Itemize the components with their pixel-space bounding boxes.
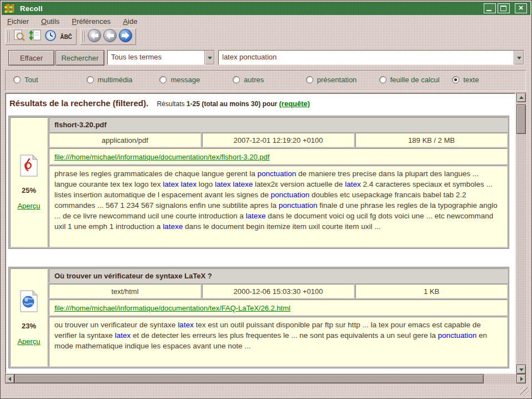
arrow-right-circle-icon	[118, 28, 133, 45]
results-title: Résultats de la recherche (filtered).	[9, 98, 148, 108]
result-meta-row: application/pdf 2007-12-01 12:19:20 +010…	[49, 133, 508, 147]
results-container: 25% Aperçu flshort-3.20.pdf application/…	[6, 116, 515, 368]
scroll-left-button[interactable]	[5, 374, 14, 383]
status-bar	[2, 384, 530, 397]
horizontal-scrollbar[interactable]	[5, 374, 526, 383]
filter-radio-label: présentation	[317, 76, 357, 84]
radio-icon[interactable]	[87, 76, 94, 83]
abc-icon: ÂBĈ	[60, 34, 72, 40]
snippet-highlight: ponctuation	[270, 191, 309, 199]
advanced-search-button[interactable]	[12, 29, 27, 44]
result-snippet: phrase les regles grammaticales de chaqu…	[49, 166, 508, 247]
scroll-right-button[interactable]	[516, 374, 526, 383]
filter-radio-Tout[interactable]: Tout	[13, 76, 38, 84]
arrow-left-circle-icon	[87, 28, 102, 45]
match-mode-dropdown-button[interactable]	[204, 51, 214, 64]
vertical-scroll-thumb[interactable]	[516, 104, 526, 134]
filter-radio-multimédia[interactable]: multimédia	[87, 76, 133, 84]
radio-icon[interactable]	[379, 76, 387, 83]
snippet-highlight: latex	[178, 321, 194, 329]
term-explorer-button[interactable]: ÂBĈ	[59, 29, 73, 44]
menu-item-outils[interactable]: Outils	[37, 16, 64, 27]
radio-icon[interactable]	[233, 76, 240, 83]
horizontal-scroll-thumb[interactable]	[14, 374, 484, 383]
result-item: 23% Aperçu Où trouver un vérificateur de…	[8, 267, 509, 368]
result-title: Où trouver un vérificateur de syntaxe La…	[49, 268, 508, 283]
radio-selected-icon[interactable]	[452, 76, 459, 83]
results-header: Résultats de la recherche (filtered). Ré…	[9, 98, 509, 108]
result-item: 25% Aperçu flshort-3.20.pdf application/…	[8, 116, 509, 249]
result-mime-type: application/pdf	[49, 133, 201, 147]
radio-icon[interactable]	[159, 76, 167, 83]
scroll-down-button[interactable]	[516, 365, 526, 374]
menu-bar: FichierOutilsPréférencesAide	[3, 16, 142, 27]
filter-radio-message[interactable]: message	[159, 76, 200, 84]
snippet-highlight: latex latexe	[215, 180, 253, 188]
result-url-link[interactable]: file:///home/michael/informatique/docume…	[54, 153, 269, 161]
filter-radio-label: feuille de calcul	[390, 76, 440, 84]
result-date: 2000-12-06 15:03:30 +0100	[202, 284, 354, 298]
snippet-highlight: latexe	[245, 212, 265, 220]
filter-radio-label: multimédia	[98, 76, 133, 84]
filter-radio-autres[interactable]: autres	[233, 76, 264, 84]
result-icon-cell: 25% Aperçu	[10, 117, 48, 247]
title-bar[interactable]: Recoll	[2, 2, 530, 15]
menu-item-aide[interactable]: Aide	[118, 16, 142, 27]
pdf-file-icon	[19, 154, 38, 179]
toolbar-grip[interactable]	[82, 31, 84, 42]
filter-radio-label: autres	[244, 76, 264, 84]
search-input[interactable]: latex ponctuation	[218, 50, 524, 65]
category-filter-bar: Toutmultimédiamessageautresprésentationf…	[5, 70, 526, 91]
toolbar: ÂBĈ	[5, 28, 136, 45]
history-button[interactable]	[43, 29, 58, 44]
result-date: 2007-12-01 12:19:20 +0100	[202, 133, 354, 147]
sort-parameters-button[interactable]	[28, 29, 42, 44]
chevron-down-icon	[517, 57, 521, 62]
snippet-highlight: latexe	[163, 222, 183, 231]
menu-item-fichier[interactable]: Fichier	[3, 16, 33, 27]
triangle-down-icon	[519, 368, 524, 373]
resize-grip[interactable]	[520, 387, 529, 396]
window-title: Recoll	[20, 4, 43, 13]
results-count-prefix: Résultats	[157, 100, 184, 108]
html-file-icon	[19, 290, 38, 315]
minimize-button[interactable]	[484, 3, 496, 13]
chevron-down-icon	[208, 57, 212, 62]
result-mime-type: text/html	[49, 284, 201, 298]
results-area: Résultats de la recherche (filtered). Ré…	[5, 93, 526, 374]
close-button[interactable]	[515, 3, 527, 13]
snippet-text: et de detecter les erreurs les plus freq…	[131, 331, 438, 340]
result-url-cell: file:///home/michael/informatique/docume…	[49, 148, 508, 164]
snippet-highlight: ponctuation	[438, 331, 476, 340]
result-size: 189 KB / 2 MB	[355, 133, 508, 147]
filter-radio-feuille-de-calcul[interactable]: feuille de calcul	[379, 76, 440, 84]
first-page-button[interactable]	[87, 29, 102, 44]
previous-page-button[interactable]	[103, 29, 117, 44]
document-search-icon	[13, 29, 26, 44]
radio-icon[interactable]	[306, 76, 313, 83]
filter-radio-texte[interactable]: texte	[452, 76, 479, 84]
clear-button[interactable]: Effacer	[8, 50, 54, 66]
snippet-text: logo	[197, 180, 215, 188]
snippet-text: ou trouver un verificateur de syntaxe	[54, 321, 178, 329]
result-url-cell: file:///home/michael/informatique/docume…	[49, 300, 508, 316]
next-page-button[interactable]	[118, 29, 133, 44]
toolbar-grip[interactable]	[7, 31, 9, 42]
radio-icon[interactable]	[13, 76, 21, 83]
result-url-link[interactable]: file:///home/michael/informatique/docume…	[54, 304, 290, 312]
snippet-highlight: latex	[345, 180, 361, 188]
preview-link[interactable]: Aperçu	[17, 337, 40, 346]
result-meta-row: text/html 2000-12-06 15:03:30 +0100 1 KB	[49, 284, 508, 298]
match-mode-select[interactable]: Tous les termes	[107, 50, 215, 65]
query-link[interactable]: (requête)	[279, 99, 310, 108]
search-history-dropdown-button[interactable]	[514, 51, 524, 64]
preview-link[interactable]: Aperçu	[17, 202, 40, 210]
vertical-scrollbar[interactable]	[516, 93, 526, 374]
filter-radio-présentation[interactable]: présentation	[306, 76, 357, 84]
app-icon	[4, 3, 15, 13]
search-button[interactable]: Rechercher	[56, 50, 104, 66]
scroll-up-button[interactable]	[516, 93, 526, 102]
document-sort-icon	[28, 29, 42, 44]
menu-item-preferences[interactable]: Préférences	[67, 16, 115, 27]
maximize-button[interactable]	[498, 3, 510, 13]
